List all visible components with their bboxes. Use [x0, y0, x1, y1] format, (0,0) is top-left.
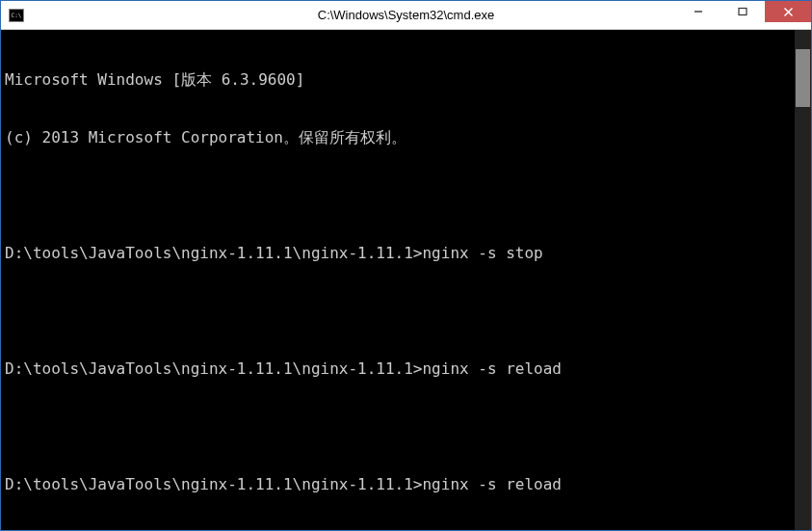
close-button[interactable]	[765, 1, 811, 22]
window-controls	[676, 1, 811, 22]
terminal-blank-line	[5, 302, 811, 321]
terminal-blank-line	[5, 186, 811, 205]
terminal-header-line: (c) 2013 Microsoft Corporation。保留所有权利。	[5, 128, 811, 147]
svg-rect-1	[739, 9, 747, 15]
terminal-command-line: D:\tools\JavaTools\nginx-1.11.1\nginx-1.…	[5, 359, 811, 379]
terminal-area[interactable]: Microsoft Windows [版本 6.3.9600] (c) 2013…	[1, 30, 811, 530]
terminal-header-line: Microsoft Windows [版本 6.3.9600]	[5, 70, 811, 90]
terminal-output: Microsoft Windows [版本 6.3.9600] (c) 2013…	[5, 32, 811, 530]
minimize-button[interactable]	[676, 1, 720, 22]
window-titlebar[interactable]: C:\Windows\System32\cmd.exe	[1, 1, 811, 30]
terminal-command-line: D:\tools\JavaTools\nginx-1.11.1\nginx-1.…	[5, 475, 811, 494]
terminal-blank-line	[5, 417, 811, 437]
terminal-command-line: D:\tools\JavaTools\nginx-1.11.1\nginx-1.…	[5, 244, 811, 263]
scrollbar-thumb[interactable]	[796, 49, 810, 107]
maximize-button[interactable]	[720, 1, 765, 22]
scrollbar-track[interactable]	[795, 30, 811, 530]
window-title: C:\Windows\System32\cmd.exe	[318, 8, 495, 22]
cmd-icon	[9, 9, 24, 22]
